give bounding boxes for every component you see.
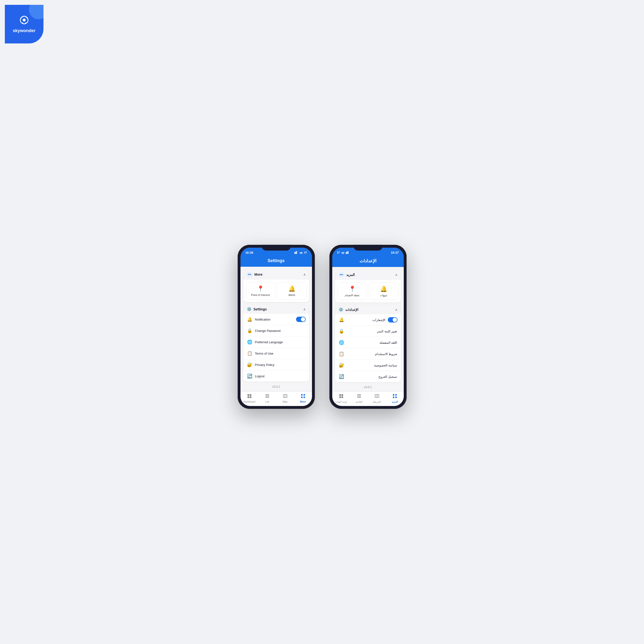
scroll-content-left[interactable]: ••• More ∧ 📍 Point of Interest 🔔 Alerts [240,267,312,392]
alerts-card-right[interactable]: 🔔 تنبيهات [369,282,399,300]
language-icon-left: 🌐 [247,339,252,345]
cards-grid-right: 🔔 تنبيهات 📍 نقطة الاهتمام [335,280,401,302]
cards-grid-left: 📍 Point of Interest 🔔 Alerts [243,280,309,302]
svg-rect-36 [339,396,341,398]
settings-chevron-left: ∧ [303,307,306,311]
nav-map-label-left: Map [283,400,287,403]
scroll-content-right[interactable]: ∧ ••• المزيد 🔔 تنبيهات 📍 نق [332,267,404,392]
svg-rect-27 [395,397,397,398]
bottom-nav-right: المزيد الخريطة القائمة [332,392,404,406]
poi-icon-right: 📍 [349,286,356,292]
svg-rect-6 [247,394,249,396]
change-password-item-right[interactable]: تغيير كلمة السر 🔒 [335,326,401,337]
more-header-left[interactable]: ••• More ∧ [243,269,309,280]
version-left: v3.0.1 [240,382,312,392]
notification-item-left[interactable]: 🔔 Notification [243,314,309,325]
dots-icon-left: ••• [247,272,252,277]
svg-rect-8 [247,396,249,398]
nav-more-left[interactable]: More [294,394,312,403]
svg-rect-18 [301,397,302,398]
nav-dashboard-icon-right [339,394,344,400]
change-password-label-right: تغيير كلمة السر [347,329,398,333]
svg-rect-33 [357,397,361,398]
alerts-icon-left: 🔔 [288,285,295,292]
logout-item-right[interactable]: تسجيل الخروج ↪️ [335,371,401,382]
nav-more-icon-right [393,394,397,400]
phone-english: 16:38 27 Settings [237,245,315,409]
notification-item-right[interactable]: الإشعارات 🔔 [335,314,401,326]
nav-dashboard-left[interactable]: Dashboard [240,394,258,403]
logout-icon-right: ↪️ [339,374,344,379]
notch-left [262,245,291,251]
svg-point-23 [343,253,343,254]
privacy-label-left: Privacy Policy [255,363,306,367]
svg-rect-2 [294,252,295,254]
nav-list-left[interactable]: List [258,394,276,403]
terms-item-left[interactable]: 📋 Terms of Use [243,348,309,359]
privacy-item-left[interactable]: 🔐 Privacy Policy [243,359,309,371]
time-right: 16:37 [391,251,399,254]
change-password-item-left[interactable]: 🔒 Change Password [243,325,309,336]
alerts-card-left[interactable]: 🔔 Alerts [277,282,307,300]
poi-icon-left: 📍 [257,285,264,292]
language-item-left[interactable]: 🌐 Preferred Language [243,336,309,348]
privacy-icon-left: 🔐 [247,362,252,367]
nav-list-label-left: List [265,400,269,403]
nav-list-icon-right [357,394,362,400]
svg-rect-12 [265,397,269,398]
privacy-item-right[interactable]: سياسة الخصوصية 🔐 [335,360,401,371]
privacy-label-right: سياسة الخصوصية [347,364,398,367]
nav-more-label-right: المزيد [392,400,398,403]
settings-label-right: ⚙️ الإعدادات [339,307,358,312]
language-item-right[interactable]: اللغة المفضلة 🌐 [335,337,401,348]
settings-section-left: ⚙️ Settings ∧ 🔔 Notification [243,304,309,382]
nav-list-right[interactable]: القائمة [350,394,368,403]
logout-icon-left: ↪️ [247,373,252,379]
time-left: 16:38 [245,251,253,254]
notch-right [354,245,383,251]
nav-map-left[interactable]: Map [276,394,294,403]
language-label-right: اللغة المفضلة [347,341,398,344]
nav-dashboard-right[interactable]: لوحة القيادة [332,394,350,403]
svg-rect-34 [339,394,341,396]
svg-point-5 [301,253,301,254]
settings-header-left[interactable]: ⚙️ Settings ∧ [243,304,309,314]
toggle-knob-left [301,317,305,322]
more-section-right: ∧ ••• المزيد 🔔 تنبيهات 📍 نق [335,269,401,302]
more-header-right[interactable]: ∧ ••• المزيد [335,269,401,280]
nav-map-icon-right [375,394,379,400]
nav-more-label-left: More [300,400,306,403]
svg-rect-25 [395,394,397,396]
status-icons-left: 27 [294,251,307,254]
nav-map-label-right: الخريطة [373,400,381,403]
nav-map-right[interactable]: الخريطة [368,394,386,403]
notification-toggle-right[interactable] [388,317,398,322]
svg-rect-31 [357,394,361,395]
svg-rect-9 [250,396,251,398]
language-icon-right: 🌐 [339,340,344,345]
poi-card-right[interactable]: 📍 نقطة الاهتمام [338,282,367,300]
svg-marker-13 [283,394,287,398]
poi-card-left[interactable]: 📍 Point of Interest [246,282,275,300]
nav-more-right[interactable]: المزيد [386,394,404,403]
app-header-right: الإعدادات [332,256,404,267]
logout-item-left[interactable]: ↪️ Logout [243,371,309,382]
notification-toggle-left[interactable] [296,317,306,322]
settings-header-right[interactable]: ∧ ⚙️ الإعدادات [335,305,401,314]
svg-rect-17 [303,394,305,396]
alerts-label-left: Alerts [288,294,295,296]
more-section-left: ••• More ∧ 📍 Point of Interest 🔔 Alerts [243,269,309,302]
status-icons-right: 27 [337,251,350,254]
terms-item-right[interactable]: شروط الاستخدام 📋 [335,348,401,360]
nav-list-icon-left [265,394,270,400]
svg-rect-22 [348,251,349,254]
nav-list-label-right: القائمة [356,400,363,403]
alerts-label-right: تنبيهات [380,294,387,297]
header-title-left: Settings [244,258,308,263]
more-label-left: ••• More [247,272,262,277]
more-label-right: ••• المزيد [339,272,355,278]
nav-dashboard-label-right: لوحة القيادة [336,400,347,403]
screen-right: 16:37 27 الإعدادات [332,248,404,406]
logout-label-left: Logout [255,374,306,378]
header-title-right: الإعدادات [336,258,400,264]
